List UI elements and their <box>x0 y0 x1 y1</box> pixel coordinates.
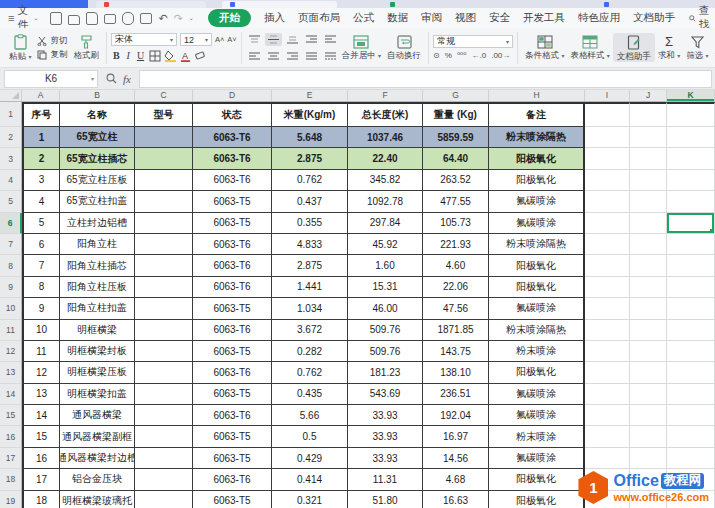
cell-E5[interactable]: 0.437 <box>272 191 348 212</box>
col-header-I[interactable]: I <box>585 90 630 101</box>
cell-G9[interactable]: 22.06 <box>423 277 489 298</box>
cell-C7[interactable] <box>135 234 193 255</box>
cell-A15[interactable]: 14 <box>22 405 60 426</box>
cell-I16[interactable] <box>585 426 630 447</box>
output-icon[interactable] <box>140 13 152 24</box>
row-header-14[interactable]: 14 <box>0 384 22 405</box>
menu-item-安全[interactable]: 安全 <box>489 11 510 25</box>
cell-G2[interactable]: 5859.59 <box>423 127 489 148</box>
cell-H12[interactable]: 粉末喷涂 <box>489 341 585 362</box>
cell-E16[interactable]: 0.5 <box>272 426 348 447</box>
cell-E14[interactable]: 0.435 <box>272 384 348 405</box>
cell-G19[interactable]: 16.63 <box>423 491 489 508</box>
undo-icon[interactable]: ↶ <box>158 13 167 24</box>
cell-J9[interactable] <box>630 277 667 298</box>
cell-F10[interactable]: 46.00 <box>348 298 423 319</box>
cell-B19[interactable]: 明框横梁玻璃托 <box>60 491 135 508</box>
align-bottom-button[interactable] <box>284 33 301 46</box>
cell-J2[interactable] <box>630 127 667 148</box>
underline-button[interactable]: U <box>135 49 146 62</box>
cell-A3[interactable]: 2 <box>22 148 60 169</box>
cell-C15[interactable] <box>135 405 193 426</box>
cell-D15[interactable]: 6063-T6 <box>193 405 272 426</box>
cell-K7[interactable] <box>667 234 715 255</box>
redo-icon[interactable]: ↷ <box>174 13 183 24</box>
row-header-13[interactable]: 13 <box>0 362 22 383</box>
cell-K3[interactable] <box>667 148 715 169</box>
cell-A6[interactable]: 5 <box>22 213 60 234</box>
cell-E8[interactable]: 2.875 <box>272 255 348 276</box>
fill-color-button[interactable] <box>164 50 177 62</box>
cell-E19[interactable]: 0.321 <box>272 491 348 508</box>
table-style-button[interactable]: 表格样式 ▾ <box>567 35 612 60</box>
cell-B2[interactable]: 65宽立柱 <box>60 127 135 148</box>
cell-G16[interactable]: 16.97 <box>423 426 489 447</box>
percent-button[interactable]: % <box>445 51 452 60</box>
row-header-11[interactable]: 11 <box>0 320 22 341</box>
italic-button[interactable]: I <box>125 49 132 62</box>
cell-K14[interactable] <box>667 384 715 405</box>
menu-item-公式[interactable]: 公式 <box>353 11 374 25</box>
cell-D2[interactable]: 6063-T6 <box>193 127 272 148</box>
cell-H11[interactable]: 粉末喷涂隔热 <box>489 320 585 341</box>
row-header-2[interactable]: 2 <box>0 127 22 148</box>
cell-F4[interactable]: 345.82 <box>348 170 423 191</box>
menu-item-开发工具[interactable]: 开发工具 <box>523 11 565 25</box>
cell-C16[interactable] <box>135 426 193 447</box>
cell-A17[interactable]: 16 <box>22 448 60 469</box>
row-header-5[interactable]: 5 <box>0 191 22 212</box>
cell-F15[interactable]: 33.93 <box>348 405 423 426</box>
menu-item-数据[interactable]: 数据 <box>387 11 408 25</box>
cell-A10[interactable]: 9 <box>22 298 60 319</box>
cell-F3[interactable]: 22.40 <box>348 148 423 169</box>
row-header-1[interactable]: 1 <box>0 102 22 127</box>
save-icon[interactable] <box>86 12 98 25</box>
cell-J5[interactable] <box>630 191 667 212</box>
cell-G15[interactable]: 192.04 <box>423 405 489 426</box>
row-header-8[interactable]: 8 <box>0 255 22 276</box>
cell-B6[interactable]: 立柱封边铝槽 <box>60 213 135 234</box>
cell-J15[interactable] <box>630 405 667 426</box>
align-middle-button[interactable] <box>265 33 282 46</box>
cell-F5[interactable]: 1092.78 <box>348 191 423 212</box>
cell-D12[interactable]: 6063-T5 <box>193 341 272 362</box>
cell-D17[interactable]: 6063-T5 <box>193 448 272 469</box>
col-header-K[interactable]: K <box>667 90 715 101</box>
cell-K1[interactable] <box>667 102 715 127</box>
cell-J13[interactable] <box>630 362 667 383</box>
col-header-G[interactable]: G <box>423 90 489 101</box>
menu-item-文档助手[interactable]: 文档助手 <box>633 11 675 25</box>
cell-I2[interactable] <box>585 127 630 148</box>
cell-B13[interactable]: 明框横梁压板 <box>60 362 135 383</box>
cell-A2[interactable]: 1 <box>22 127 60 148</box>
cell-F1[interactable]: 总长度(米) <box>348 102 423 127</box>
col-header-D[interactable]: D <box>193 90 272 101</box>
cell-D7[interactable]: 6063-T6 <box>193 234 272 255</box>
toolbar-more-icon[interactable]: ⌄ <box>189 15 194 21</box>
open-icon[interactable] <box>68 15 80 25</box>
font-color-button[interactable]: A <box>180 50 191 62</box>
cell-F16[interactable]: 33.93 <box>348 426 423 447</box>
cell-K2[interactable] <box>667 127 715 148</box>
cell-I17[interactable] <box>585 448 630 469</box>
cell-E7[interactable]: 4.833 <box>272 234 348 255</box>
cell-C10[interactable] <box>135 298 193 319</box>
cell-F7[interactable]: 45.92 <box>348 234 423 255</box>
cell-B10[interactable]: 阳角立柱扣盖 <box>60 298 135 319</box>
fx-icon[interactable]: fx <box>123 73 131 85</box>
cell-C19[interactable] <box>135 491 193 508</box>
justify-button[interactable] <box>303 50 320 63</box>
cell-D13[interactable]: 6063-T6 <box>193 362 272 383</box>
col-header-H[interactable]: H <box>489 90 585 101</box>
align-left-button[interactable] <box>246 50 263 63</box>
row-header-16[interactable]: 16 <box>0 426 22 447</box>
cell-H4[interactable]: 阳极氧化 <box>489 170 585 191</box>
cell-D14[interactable]: 6063-T5 <box>193 384 272 405</box>
cell-G18[interactable]: 4.68 <box>423 469 489 490</box>
cell-I11[interactable] <box>585 320 630 341</box>
cell-E18[interactable]: 0.414 <box>272 469 348 490</box>
cell-I14[interactable] <box>585 384 630 405</box>
menu-item-审阅[interactable]: 审阅 <box>421 11 442 25</box>
cell-A11[interactable]: 10 <box>22 320 60 341</box>
cell-G3[interactable]: 64.40 <box>423 148 489 169</box>
